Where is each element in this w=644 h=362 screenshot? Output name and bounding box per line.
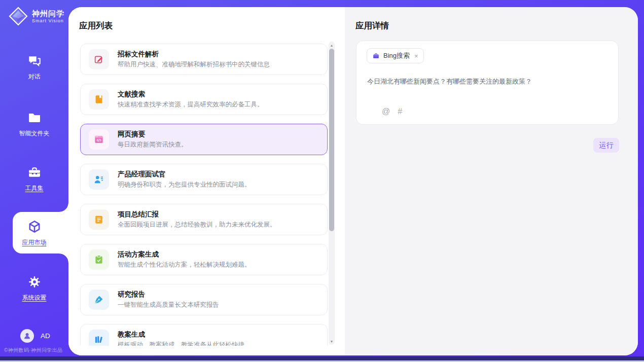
app-card-description: 全面回顾项目进展，总结经验教训，助力未来优化发展。	[118, 221, 276, 229]
sidebar-item-label: 对话	[0, 73, 68, 81]
app-card[interactable]: 文献搜索 快速精准查找学术资源，提高研究效率的必备工具。	[80, 84, 328, 115]
cube-icon	[27, 220, 42, 234]
sidebar-item-gear[interactable]: 系统设置	[0, 275, 68, 302]
sidebar-item-folder[interactable]: 智能文件夹	[0, 111, 68, 138]
app-card[interactable]: 研究报告 一键智能生成高质量长文本研究报告	[80, 284, 328, 315]
app-detail-title: 应用详情	[355, 20, 389, 31]
scroll-up-icon[interactable]: ▲	[329, 42, 335, 48]
book-icon	[93, 94, 104, 105]
sidebar-item-label: 应用市场	[0, 238, 68, 247]
app-card[interactable]: 项目总结汇报 全面回顾项目进展，总结经验教训，助力未来优化发展。	[80, 204, 328, 235]
app-icon	[89, 169, 109, 190]
app-card-description: 每日政府新闻资讯快查。	[118, 140, 188, 149]
app-card[interactable]: 活动方案生成 智能生成个性化活动方案，轻松解决规划难题。	[80, 244, 328, 275]
app-card-title: 网页摘要	[118, 130, 188, 138]
clipboard-check-icon	[93, 254, 104, 265]
app-card-title: 活动方案生成	[118, 250, 251, 259]
composer-toolbar: @ #	[366, 107, 402, 116]
app-card[interactable]: 招标文件解析 帮助用户快速、准确地理解和解析招标书中的关键信息	[80, 44, 328, 75]
app-icon	[89, 249, 109, 270]
user-row[interactable]: AD	[20, 329, 50, 343]
prompt-card: Bing搜索 × 今日湖北有哪些新闻要点？有哪些需要关注的最新政策？ @ #	[356, 41, 619, 125]
interviewer-icon	[93, 174, 104, 185]
sidebar-item-chat[interactable]: 对话	[0, 54, 68, 81]
app-card-title: 文献搜索	[118, 90, 264, 98]
tool-tag-bing-search[interactable]: Bing搜索 ×	[367, 48, 424, 63]
attachment-icon[interactable]	[366, 107, 374, 116]
app-card[interactable]: 产品经理面试官 明确身份和职责，为您提供专业性的面试问题。	[80, 164, 328, 195]
app-card[interactable]: 网页摘要 每日政府新闻资讯快查。	[80, 124, 328, 155]
app-card-title: 研究报告	[118, 290, 219, 299]
app-card-description: 明确身份和职责，为您提供专业性的面试问题。	[118, 180, 251, 189]
app-icon	[89, 289, 109, 310]
browser-code-icon	[93, 134, 104, 145]
app-card-description: 一键智能生成高质量长文本研究报告	[118, 301, 219, 309]
sidebar-item-toolbox[interactable]: 工具集	[0, 165, 68, 193]
sidebar-item-label: 系统设置	[0, 294, 68, 302]
gear-icon	[27, 275, 42, 289]
chat-icon	[27, 54, 42, 68]
app-card-title: 招标文件解析	[118, 50, 270, 58]
app-card-title: 项目总结汇报	[118, 210, 276, 219]
notes-icon	[93, 214, 104, 225]
edit-pencil-icon	[93, 54, 104, 65]
user-icon	[23, 332, 31, 340]
sidebar-item-cube[interactable]: 应用市场	[0, 220, 68, 247]
tag-close-icon[interactable]: ×	[414, 53, 418, 59]
app-card-title: 产品经理面试官	[118, 170, 251, 178]
main-content: 应用列表 招标文件解析 帮助用户快速、准确地理解和解析招标书中的关键信息 文献搜…	[68, 7, 638, 355]
query-input[interactable]: 今日湖北有哪些新闻要点？有哪些需要关注的最新政策？	[367, 77, 605, 86]
sidebar-nav: 对话 智能文件夹 工具集 应用市场 系统设置	[0, 0, 68, 362]
app-root: { "brand": { "name": "神州问学", "subtitle":…	[0, 0, 644, 362]
app-card-description: 帮助用户快速、准确地理解和解析招标书中的关键信息	[118, 60, 270, 69]
app-icon	[89, 89, 109, 110]
user-name: AD	[41, 332, 50, 340]
app-card[interactable]: 教案生成 模板驱动，教案秒成，教学准备从此轻松快捷	[80, 324, 328, 346]
app-card-description: 快速精准查找学术资源，提高研究效率的必备工具。	[118, 100, 264, 109]
app-card-list: 招标文件解析 帮助用户快速、准确地理解和解析招标书中的关键信息 文献搜索 快速精…	[80, 44, 328, 346]
folder-icon	[27, 111, 42, 125]
app-card-title: 教案生成	[118, 330, 244, 339]
app-list-title: 应用列表	[79, 20, 113, 31]
run-button[interactable]: 运行	[593, 138, 619, 153]
app-icon	[89, 330, 109, 346]
avatar	[20, 329, 34, 343]
app-list-panel: 应用列表 招标文件解析 帮助用户快速、准确地理解和解析招标书中的关键信息 文献搜…	[68, 7, 345, 355]
app-icon	[89, 209, 109, 230]
sidebar-item-label: 智能文件夹	[0, 129, 68, 138]
research-pen-icon	[93, 294, 104, 305]
copyright-footer: ©神州数码·神州问学出品	[4, 347, 70, 354]
scrollbar[interactable]: ▲ ▼	[329, 42, 335, 345]
scrollbar-thumb[interactable]	[329, 49, 334, 231]
app-icon	[89, 129, 109, 150]
toolbox-icon	[27, 165, 42, 179]
sidebar: 神州问学 Smart Vision 对话 智能文件夹 工具集 应用市场 系统设置…	[0, 0, 68, 362]
scroll-down-icon[interactable]: ▼	[329, 338, 335, 344]
tool-tag-label: Bing搜索	[383, 51, 410, 60]
briefcase-icon	[372, 52, 380, 60]
app-detail-panel: 应用详情 Bing搜索 × 今日湖北有哪些新闻要点？有哪些需要关注的最新政策？ …	[345, 7, 638, 355]
app-card-description: 智能生成个性化活动方案，轻松解决规划难题。	[118, 261, 251, 269]
app-icon	[89, 49, 109, 69]
hash-icon[interactable]: #	[398, 107, 402, 116]
sidebar-item-label: 工具集	[0, 184, 68, 193]
app-card-description: 模板驱动，教案秒成，教学准备从此轻松快捷	[118, 341, 244, 346]
bottom-strip	[0, 356, 644, 360]
mention-icon[interactable]: @	[382, 107, 390, 116]
books-icon	[93, 334, 104, 345]
